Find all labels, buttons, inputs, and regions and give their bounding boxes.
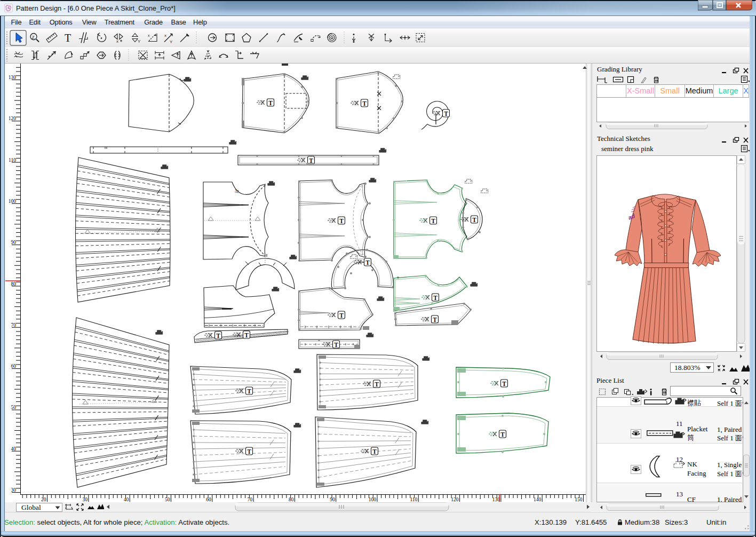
svg-text:T: T [339,312,344,319]
svg-text:T: T [500,431,505,438]
svg-text:T: T [375,381,379,388]
svg-text:90: 90 [11,240,17,245]
svg-text:60: 60 [11,364,17,369]
svg-text:x: x [116,39,118,44]
svg-text:30: 30 [11,487,17,493]
svg-text:T: T [247,388,251,394]
svg-text:T: T [244,332,249,338]
svg-text:T: T [65,32,71,44]
svg-text:50: 50 [165,497,170,502]
svg-text:100: 100 [369,497,377,502]
svg-text:70: 70 [11,322,17,328]
svg-text:T: T [444,110,448,117]
svg-text:80: 80 [289,497,294,502]
svg-text:60: 60 [206,497,211,502]
svg-text:T: T [334,342,338,348]
svg-text:Y: Y [138,39,141,44]
svg-text:110: 110 [9,157,16,163]
svg-text:140: 140 [534,497,542,502]
svg-text:90: 90 [330,497,335,502]
svg-text:40: 40 [11,446,17,452]
svg-text:T: T [472,217,476,223]
svg-text:T: T [365,259,370,266]
svg-text:T: T [362,100,367,107]
svg-text:20: 20 [41,497,46,502]
svg-text:T: T [339,218,344,224]
svg-text:T: T [433,317,437,323]
svg-text:110: 110 [410,497,417,502]
svg-text:x: x [164,33,166,38]
svg-text:T: T [247,448,251,455]
svg-text:T: T [268,100,273,106]
svg-text:50: 50 [11,405,17,410]
svg-text:T: T [431,218,435,224]
svg-text:80: 80 [11,281,17,287]
svg-text:150: 150 [575,497,583,502]
svg-text:30: 30 [82,497,87,502]
svg-text:40: 40 [124,497,129,502]
svg-text:100: 100 [9,199,17,204]
svg-text:Y: Y [170,40,173,44]
svg-text:130: 130 [492,497,500,502]
svg-text:120: 120 [9,116,17,121]
svg-text:130: 130 [9,75,17,80]
svg-text:Z: Z [32,35,35,40]
svg-text:T: T [309,157,313,164]
svg-text:T: T [372,448,377,455]
svg-text:T: T [433,295,437,301]
svg-text:x: x [148,34,150,37]
svg-text:120: 120 [451,497,459,502]
svg-text:T: T [216,333,220,339]
svg-text:T: T [502,381,506,387]
svg-text:70: 70 [248,497,253,502]
